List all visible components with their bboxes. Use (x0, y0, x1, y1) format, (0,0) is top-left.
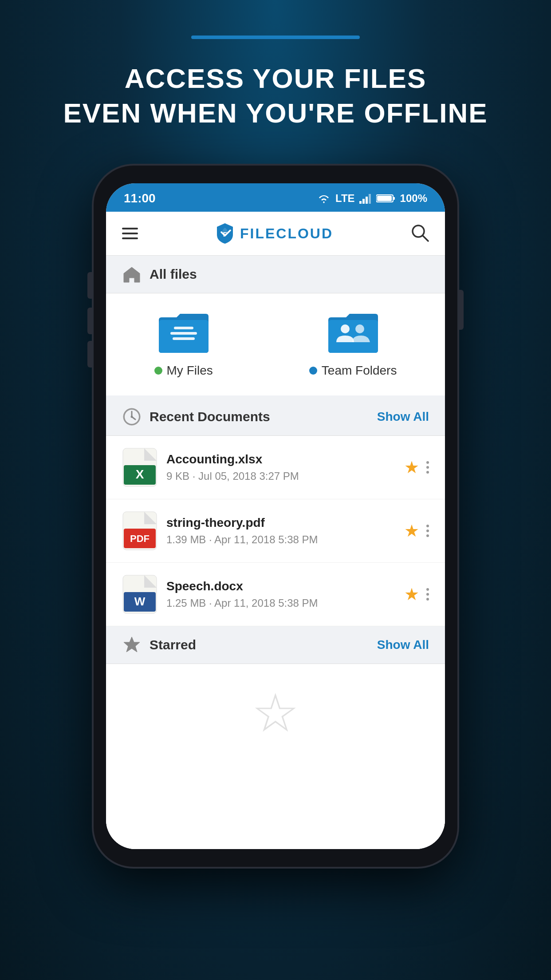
app-bar: F FILECLOUD (106, 212, 445, 256)
status-bar: 11:00 LTE (106, 183, 445, 212)
team-folders-label-row: Team Folders (309, 364, 397, 378)
speech-file-name: Speech.docx (166, 579, 395, 593)
svg-rect-12 (170, 332, 197, 335)
svg-rect-0 (359, 201, 362, 204)
main-content: My Files Tea (106, 293, 445, 849)
folders-section: My Files Tea (106, 293, 445, 398)
docx-icon-wrap: W (122, 574, 157, 614)
recent-documents-title: Recent Documents (150, 409, 270, 424)
svg-rect-14 (328, 320, 378, 353)
svg-text:W: W (134, 595, 146, 608)
status-icons: LTE 100% (317, 192, 427, 205)
stringtheory-file-name: string-theory.pdf (166, 516, 395, 530)
docx-file-icon: W (122, 574, 157, 614)
accounting-more-button[interactable] (426, 461, 429, 474)
starred-empty-area: ☆ (106, 664, 445, 849)
hamburger-menu-button[interactable] (122, 228, 138, 239)
breadcrumb-label: All files (150, 267, 197, 282)
starred-show-all[interactable]: Show All (377, 638, 429, 652)
svg-rect-6 (393, 197, 395, 200)
phone-screen: 11:00 LTE (106, 183, 445, 849)
breadcrumb-bar: All files (106, 256, 445, 293)
search-button[interactable] (410, 223, 429, 244)
starred-title: Starred (150, 637, 196, 652)
clock-icon (122, 407, 142, 427)
top-promo-section: ACCESS YOUR FILES EVEN WHEN YOU'RE OFFLI… (0, 0, 551, 130)
file-item-string-theory: PDF string-theory.pdf 1.39 MB · Apr 11, … (106, 499, 445, 563)
blue-accent-bar (191, 36, 360, 39)
speech-file-meta: 1.25 MB · Apr 11, 2018 5:38 PM (166, 597, 395, 609)
home-icon (122, 265, 142, 283)
filecloud-logo-icon: F (215, 222, 235, 245)
search-icon (410, 223, 429, 242)
svg-rect-5 (377, 196, 392, 201)
starred-header: Starred Show All (106, 626, 445, 664)
recent-documents-header: Recent Documents Show All (106, 398, 445, 436)
pdf-file-icon: PDF (122, 511, 157, 551)
recent-documents-show-all[interactable]: Show All (377, 410, 429, 424)
svg-line-9 (423, 236, 428, 241)
svg-rect-11 (174, 327, 193, 329)
my-files-folder[interactable]: My Files (154, 311, 213, 378)
battery-icon (376, 193, 396, 204)
speech-more-button[interactable] (426, 588, 429, 601)
accounting-star-button[interactable]: ★ (404, 458, 419, 477)
ghost-star-icon: ☆ (252, 686, 299, 739)
file-item-speech: W Speech.docx 1.25 MB · Apr 11, 2018 5:3… (106, 563, 445, 626)
starred-section-icon (122, 635, 142, 655)
svg-point-21 (131, 416, 133, 418)
stringtheory-file-actions: ★ (404, 521, 429, 541)
svg-point-16 (355, 324, 364, 333)
signal-icon (359, 193, 372, 204)
accounting-file-name: Accounting.xlsx (166, 452, 395, 466)
accounting-file-actions: ★ (404, 458, 429, 477)
accounting-file-meta: 9 KB · Jul 05, 2018 3:27 PM (166, 470, 395, 482)
svg-rect-1 (362, 199, 365, 204)
svg-text:X: X (136, 467, 144, 481)
stringtheory-star-button[interactable]: ★ (404, 521, 419, 541)
team-folders-status-dot (309, 367, 317, 375)
headline-line2: EVEN WHEN YOU'RE OFFLINE (63, 98, 488, 128)
headline-line1: ACCESS YOUR FILES (125, 63, 427, 94)
file-item-accounting: X Accounting.xlsx 9 KB · Jul 05, 2018 3:… (106, 436, 445, 499)
team-folders-label: Team Folders (322, 364, 397, 378)
svg-marker-31 (124, 637, 140, 652)
my-files-folder-icon (157, 311, 210, 356)
svg-rect-3 (369, 194, 371, 204)
svg-text:PDF: PDF (130, 533, 150, 544)
my-files-label: My Files (167, 364, 213, 378)
my-files-status-dot (154, 367, 162, 375)
xlsx-file-icon: X (122, 447, 157, 487)
speech-file-info: Speech.docx 1.25 MB · Apr 11, 2018 5:38 … (166, 579, 395, 609)
status-time: 11:00 (124, 191, 156, 205)
team-folders-folder[interactable]: Team Folders (309, 311, 397, 378)
app-logo: F FILECLOUD (215, 222, 333, 245)
app-name-label: FILECLOUD (240, 225, 333, 242)
promo-headline: ACCESS YOUR FILES EVEN WHEN YOU'RE OFFLI… (36, 61, 514, 130)
stringtheory-more-button[interactable] (426, 525, 429, 537)
stringtheory-file-meta: 1.39 MB · Apr 11, 2018 5:38 PM (166, 533, 395, 546)
pdf-icon-wrap: PDF (122, 511, 157, 551)
svg-rect-13 (173, 337, 195, 340)
phone-mockup: 11:00 LTE (94, 166, 457, 867)
battery-label: 100% (400, 192, 427, 205)
svg-rect-10 (159, 320, 209, 353)
svg-point-15 (341, 324, 350, 333)
team-folders-icon (327, 311, 380, 356)
accounting-file-info: Accounting.xlsx 9 KB · Jul 05, 2018 3:27… (166, 452, 395, 482)
wifi-icon (317, 193, 331, 204)
svg-rect-2 (366, 197, 368, 204)
speech-file-actions: ★ (404, 585, 429, 604)
lte-label: LTE (335, 192, 355, 205)
svg-text:F: F (223, 231, 227, 238)
my-files-label-row: My Files (154, 364, 213, 378)
xlsx-icon-wrap: X (122, 447, 157, 487)
stringtheory-file-info: string-theory.pdf 1.39 MB · Apr 11, 2018… (166, 516, 395, 546)
speech-star-button[interactable]: ★ (404, 585, 419, 604)
